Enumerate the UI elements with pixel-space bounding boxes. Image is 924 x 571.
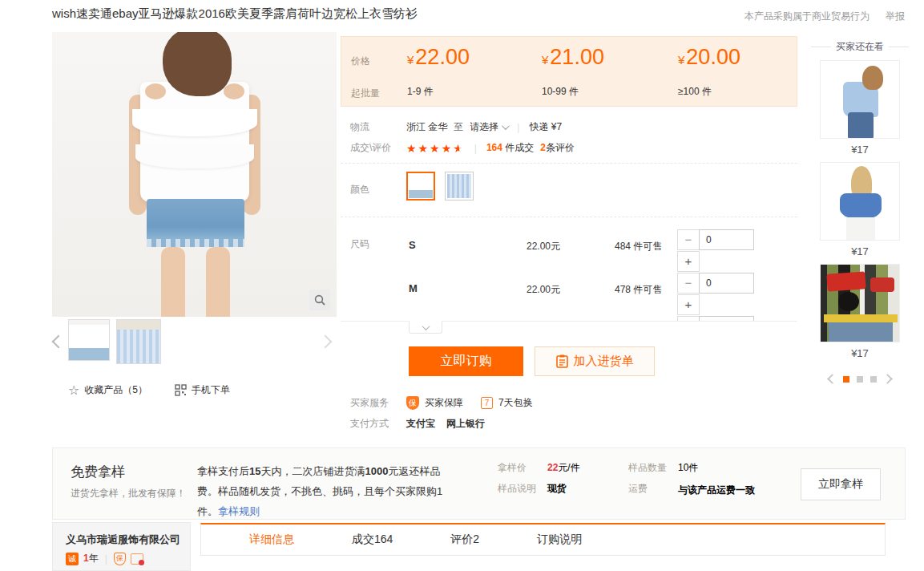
thumbnail-blue-top[interactable] (116, 319, 161, 364)
deals-label: 成交\评价 (350, 141, 391, 155)
sample-rules-link[interactable]: 拿样规则 (218, 505, 260, 517)
size-stock: 478 件可售 (615, 283, 662, 297)
product-photo (52, 32, 337, 317)
seller-card: 义乌市瑞逅服饰有限公司 诚 1年 | 保 (52, 522, 191, 571)
deal-count-link[interactable]: 164 件成交 (486, 141, 534, 155)
tab-reviews[interactable]: 评价2 (450, 533, 479, 547)
credit-badge-icon: 诚 (66, 553, 79, 565)
next-thumbnail-icon[interactable] (319, 335, 333, 349)
mobile-order-button[interactable]: 手机下单 (175, 383, 230, 397)
next-page-icon[interactable] (882, 374, 893, 384)
related-price: ¥17 (820, 342, 900, 366)
page-dot-3[interactable] (870, 376, 877, 383)
sample-price-unit: 元/件 (558, 462, 579, 473)
related-product-photo[interactable] (820, 60, 900, 139)
seven-day-return-label: 7天包换 (498, 396, 533, 410)
minus-button[interactable]: − (677, 229, 700, 250)
size-row-s: S 22.00元 484 件可售 − + (341, 226, 797, 268)
order-now-button[interactable]: 立即订购 (409, 346, 523, 376)
photo-shape (147, 239, 244, 247)
photo-shape (824, 314, 898, 322)
add-to-purchase-list-button[interactable]: 加入进货单 (535, 346, 655, 376)
magnifier-icon[interactable] (309, 290, 330, 310)
tier-price: 22.00 (415, 45, 470, 69)
size-name: S (409, 239, 416, 251)
price-label: 价格 (351, 55, 370, 68)
years-number: 1 (83, 553, 89, 564)
size-price: 22.00元 (527, 283, 560, 297)
photo-shape (224, 83, 244, 99)
photo-shape (829, 322, 893, 342)
currency-symbol: ¥ (678, 53, 684, 67)
thumbnail-strip (52, 319, 337, 366)
mobile-order-label: 手机下单 (192, 383, 230, 397)
photo-shape (135, 144, 254, 168)
color-swatch-white[interactable] (406, 172, 435, 200)
services-label: 买家服务 (350, 396, 389, 410)
size-name: M (409, 282, 418, 294)
swatch-image (409, 174, 433, 198)
seller-name[interactable]: 义乌市瑞逅服饰有限公司 (66, 533, 180, 547)
payment-method-netbank: 网上银行 (446, 417, 485, 431)
size-list-divider (341, 321, 797, 322)
tab-deals[interactable]: 成交164 (352, 533, 393, 547)
size-price: 22.00元 (527, 240, 560, 253)
prev-thumbnail-icon[interactable] (52, 335, 66, 349)
qty-input[interactable] (699, 229, 754, 250)
clipboard-icon (556, 354, 568, 368)
get-sample-button[interactable]: 立即拿样 (801, 468, 881, 500)
buyer-protection-label: 买家保障 (425, 396, 463, 410)
photo-shape (848, 112, 874, 139)
page-title: wish速卖通ebay亚马逊爆款2016欧美夏季露肩荷叶边宽松上衣雪纺衫 (52, 6, 418, 22)
related-products-sidebar: 买家还在看 ¥17 ¥17 (811, 32, 909, 383)
photo-shape (140, 82, 249, 202)
review-count: 2 (540, 142, 546, 153)
sample-note-value: 现货 (547, 482, 567, 496)
expand-sizes-button[interactable] (409, 321, 442, 334)
tier-qty-2: 10-99 件 (542, 85, 579, 99)
deal-suffix: 件成交 (505, 142, 534, 153)
page-dot-2[interactable] (857, 376, 863, 383)
photo-shape (838, 292, 859, 311)
qty-input[interactable] (699, 273, 754, 294)
tab-detail-info[interactable]: 详细信息 (249, 533, 294, 547)
logistics-label: 物流 (350, 120, 369, 134)
product-page: wish速卖通ebay亚马逊爆款2016欧美夏季露肩荷叶边宽松上衣雪纺衫 本产品… (0, 0, 924, 571)
sample-ship-label: 运费 (628, 482, 648, 496)
photo-shape (840, 193, 882, 219)
related-header: 买家还在看 (811, 40, 909, 54)
report-link[interactable]: 举报 (886, 10, 905, 22)
sample-title: 免费拿样 (71, 463, 125, 481)
related-header-label: 买家还在看 (836, 40, 884, 54)
tab-order-notes[interactable]: 订购说明 (537, 533, 582, 547)
size-row-m: M 22.00元 478 件可售 − + (341, 269, 797, 311)
certificate-icon (131, 553, 143, 565)
desc-text: 天内，二次店铺进货满 (260, 465, 365, 477)
tier-price: 21.00 (550, 45, 604, 69)
swatch-image (447, 174, 471, 198)
currency-symbol: ¥ (542, 53, 548, 67)
related-product-photo[interactable] (820, 162, 900, 241)
sample-ship-value: 与该产品运费一致 (678, 482, 761, 498)
minus-button[interactable]: − (677, 273, 700, 294)
sample-subtitle: 进货先拿样，批发有保障！ (71, 487, 186, 500)
seven-day-return-icon: 7 (481, 397, 493, 409)
review-count-link[interactable]: 2条评价 (540, 141, 575, 155)
related-product-photo[interactable] (820, 264, 900, 342)
tier-qty-3: ≥100 件 (678, 85, 712, 99)
page-dot-1[interactable] (843, 376, 849, 383)
free-sample-panel: 免费拿样 进货先拿样，批发有保障！ 拿样支付后15天内，二次店铺进货满1000元… (52, 447, 906, 520)
size-row-clipped: − (341, 313, 797, 321)
express-fee: 快递 ¥7 (529, 120, 562, 134)
thumbnail-white-top[interactable] (68, 319, 110, 361)
seller-years: 1年 (83, 552, 99, 565)
destination-select[interactable]: 请选择 (470, 120, 507, 134)
color-swatch-blue[interactable] (445, 172, 474, 200)
tier-qty-1: 1-9 件 (407, 85, 434, 99)
prev-page-icon[interactable] (827, 374, 837, 384)
photo-shape (826, 271, 865, 291)
favorite-button[interactable]: ☆ 收藏产品（5） (68, 383, 147, 397)
related-item: ¥17 (820, 264, 900, 366)
destination-value: 请选择 (470, 120, 498, 134)
sample-qty-value: 10件 (678, 461, 698, 475)
